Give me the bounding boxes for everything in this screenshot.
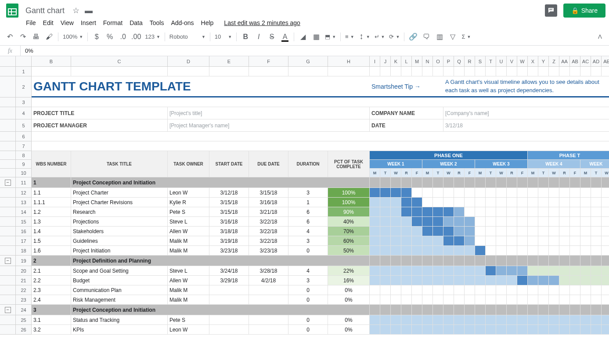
spreadsheet-grid[interactable]: BCDEFGHIJKLMNOPQRSTUVWXYZAAABACADAE12GAN… bbox=[0, 56, 609, 364]
italic-button[interactable]: I bbox=[252, 31, 265, 43]
sheets-logo-icon[interactable] bbox=[4, 2, 21, 19]
zoom-select[interactable]: 100%▼ bbox=[61, 33, 85, 40]
h-align-button[interactable]: ≡▼ bbox=[343, 33, 356, 40]
menu-addons[interactable]: Add-ons bbox=[168, 18, 197, 28]
strike-button[interactable]: S bbox=[266, 31, 278, 43]
formula-input[interactable]: 0% bbox=[21, 47, 38, 54]
text-color-button[interactable]: A bbox=[279, 31, 291, 43]
decrease-decimal-button[interactable]: .0 bbox=[117, 31, 129, 43]
fill-color-button[interactable]: ◢ bbox=[297, 31, 309, 43]
borders-button[interactable]: ▦ bbox=[310, 31, 322, 43]
rotate-button[interactable]: ⟳▼ bbox=[387, 33, 401, 40]
filter-button[interactable]: ▽ bbox=[447, 31, 459, 43]
font-select[interactable]: Roboto▼ bbox=[168, 33, 207, 40]
print-button[interactable]: 🖶 bbox=[30, 31, 42, 43]
folder-icon[interactable]: ▬ bbox=[85, 6, 93, 15]
paint-format-button[interactable]: 🖌 bbox=[43, 31, 55, 43]
wrap-button[interactable]: ↵▼ bbox=[373, 33, 387, 40]
doc-name[interactable]: Gantt chart bbox=[23, 5, 67, 16]
functions-button[interactable]: Σ▼ bbox=[460, 33, 472, 40]
collapse-toolbar-button[interactable]: ᐱ bbox=[595, 32, 605, 42]
last-edit-link[interactable]: Last edit was 2 minutes ago bbox=[221, 18, 303, 28]
menu-view[interactable]: View bbox=[58, 18, 77, 28]
star-icon[interactable]: ☆ bbox=[72, 6, 79, 15]
menu-bar: File Edit View Insert Format Data Tools … bbox=[0, 18, 609, 28]
menu-file[interactable]: File bbox=[23, 18, 39, 28]
svg-rect-5 bbox=[549, 10, 552, 10]
svg-rect-4 bbox=[549, 9, 553, 9]
menu-edit[interactable]: Edit bbox=[40, 18, 57, 28]
format-currency-button[interactable]: $ bbox=[90, 31, 103, 43]
menu-tools[interactable]: Tools bbox=[147, 18, 167, 28]
lock-icon: 🔒 bbox=[571, 7, 579, 14]
format-percent-button[interactable]: % bbox=[104, 31, 116, 43]
comment-button[interactable]: 🗨 bbox=[420, 31, 432, 43]
menu-insert[interactable]: Insert bbox=[78, 18, 99, 28]
menu-data[interactable]: Data bbox=[126, 18, 146, 28]
undo-button[interactable]: ↶ bbox=[4, 31, 16, 43]
v-align-button[interactable]: ⭥▼ bbox=[357, 33, 372, 40]
merge-cells-button[interactable]: ⬒▼ bbox=[323, 33, 338, 40]
share-button[interactable]: 🔒 Share bbox=[563, 4, 605, 18]
fx-icon: fx bbox=[0, 47, 20, 54]
font-size-select[interactable]: 10▼ bbox=[213, 33, 234, 40]
menu-help[interactable]: Help bbox=[198, 18, 217, 28]
comments-button[interactable] bbox=[545, 4, 557, 17]
bold-button[interactable]: B bbox=[239, 31, 252, 43]
title-bar: Gantt chart ☆ ▬ 🔒 Share bbox=[0, 0, 609, 18]
toolbar: ↶ ↷ 🖶 🖌 100%▼ $ % .0 .00 123▼ Roboto▼ 10… bbox=[0, 28, 609, 46]
redo-button[interactable]: ↷ bbox=[17, 31, 29, 43]
link-button[interactable]: 🔗 bbox=[407, 31, 419, 43]
more-formats-select[interactable]: 123▼ bbox=[143, 33, 162, 40]
formula-bar: fx 0% bbox=[0, 46, 609, 56]
chart-button[interactable]: ▥ bbox=[433, 31, 446, 43]
menu-format[interactable]: Format bbox=[100, 18, 126, 28]
increase-decimal-button[interactable]: .00 bbox=[130, 31, 142, 43]
